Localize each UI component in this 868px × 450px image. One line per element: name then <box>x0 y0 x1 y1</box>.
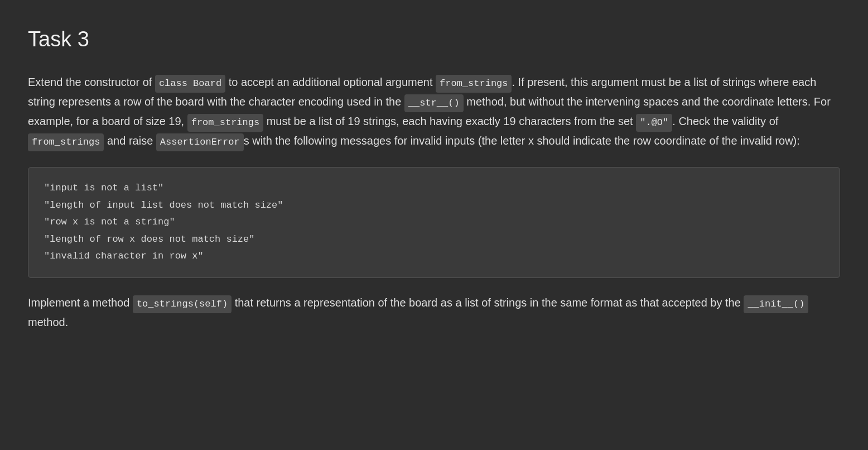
code-charset: ".@O" <box>636 114 672 132</box>
code-from-strings-2: from_strings <box>187 114 263 132</box>
footer-description: Implement a method to_strings(self) that… <box>28 294 840 332</box>
code-to-strings: to_strings(self) <box>133 295 232 313</box>
desc-part2: to accept an additional optional argumen… <box>225 76 436 88</box>
desc-part5: must be a list of 19 strings, each havin… <box>263 115 636 127</box>
footer-part1: Implement a method <box>28 296 133 309</box>
code-class-board: class Board <box>155 75 225 93</box>
footer-part2: that returns a representation of the boa… <box>232 296 744 309</box>
error-line-1: "input is not a list" <box>44 180 824 197</box>
task-description: Extend the constructor of class Board to… <box>28 73 840 151</box>
desc-part8: s with the following messages for invali… <box>244 135 800 147</box>
code-init-method: __init__() <box>744 295 808 313</box>
error-line-5: "invalid character in row x" <box>44 248 824 265</box>
desc-part1: Extend the constructor of <box>28 76 155 88</box>
error-line-3: "row x is not a string" <box>44 214 824 231</box>
error-line-2: "length of input list does not match siz… <box>44 197 824 214</box>
page-title: Task 3 <box>28 22 840 56</box>
code-from-strings-1: from_strings <box>436 75 512 93</box>
desc-part7: and raise <box>104 135 156 147</box>
error-line-4: "length of row x does not match size" <box>44 231 824 248</box>
code-str-method: __str__() <box>404 94 464 112</box>
code-assertion-error: AssertionError <box>156 133 244 151</box>
footer-part3: method. <box>28 316 68 328</box>
error-messages-block: "input is not a list" "length of input l… <box>28 167 840 278</box>
code-from-strings-3: from_strings <box>28 133 104 151</box>
desc-part6: . Check the validity of <box>672 115 778 127</box>
